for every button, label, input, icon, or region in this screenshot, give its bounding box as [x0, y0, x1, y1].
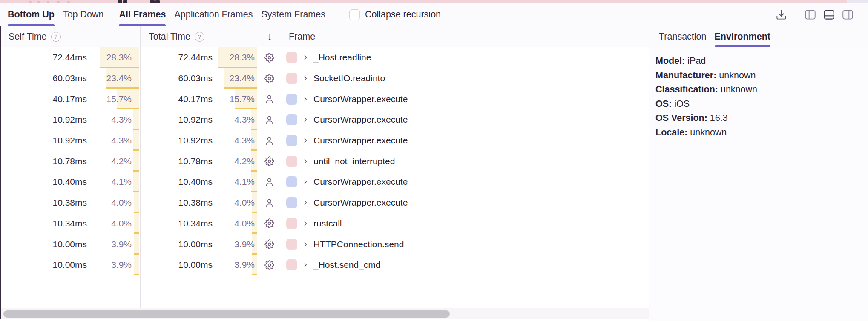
self-time-cell: 72.44ms28.3%: [0, 47, 140, 68]
horizontal-scrollbar-thumb[interactable]: [3, 310, 450, 318]
frame-cell[interactable]: CursorWrapper.execute: [282, 130, 649, 151]
layout-left-dock-icon[interactable]: [805, 9, 816, 20]
self-time-value: 10.00ms: [0, 260, 87, 270]
total-time-cell: 72.44ms28.3%: [140, 47, 282, 68]
total-time-cell: 10.34ms4.0%: [140, 213, 282, 234]
layout-right-dock-icon[interactable]: [842, 9, 854, 20]
frame-name: HTTPConnection.send: [313, 239, 404, 249]
total-time-cell: 10.00ms3.9%: [140, 255, 282, 275]
self-time-percent-cell: 4.1%: [87, 172, 140, 192]
tab-system-frames[interactable]: System Frames: [261, 3, 325, 26]
total-time-value: 40.17ms: [140, 94, 213, 104]
view-mode-tabs: Bottom UpTop Down: [8, 3, 112, 26]
total-time-percent-cell: 4.0%: [213, 192, 257, 213]
column-header-frame[interactable]: Frame: [282, 26, 649, 47]
vertical-scrollbar[interactable]: [0, 26, 1, 319]
chevron-right-icon[interactable]: [302, 75, 308, 81]
table-header-row: Self Time ? Total Time ? ↓ Frame: [0, 26, 649, 47]
frame-cell[interactable]: CursorWrapper.execute: [282, 192, 649, 213]
sort-desc-icon[interactable]: ↓: [267, 31, 273, 43]
chevron-right-icon[interactable]: [302, 262, 308, 268]
self-time-value: 60.03ms: [0, 73, 87, 83]
column-divider: [140, 26, 141, 308]
minimap-frame-mark: [123, 0, 127, 3]
frame-name: _Host.send_cmd: [313, 260, 381, 270]
detail-line: OS Version: 16.3: [655, 111, 859, 126]
table-row[interactable]: 40.17ms15.7%40.17ms15.7%CursorWrapper.ex…: [0, 89, 649, 109]
total-time-value: 10.38ms: [140, 198, 213, 208]
table-row[interactable]: 10.92ms4.3%10.92ms4.3%CursorWrapper.exec…: [0, 130, 649, 151]
table-row[interactable]: 10.00ms3.9%10.00ms3.9%HTTPConnection.sen…: [0, 234, 649, 255]
column-header-total-time[interactable]: Total Time ? ↓: [140, 26, 282, 47]
self-time-percent: 4.1%: [111, 177, 140, 187]
chevron-right-icon[interactable]: [302, 96, 308, 102]
detail-value: unknown: [719, 70, 756, 80]
horizontal-scrollbar[interactable]: [0, 308, 649, 319]
total-time-percent: 23.4%: [229, 73, 257, 83]
frame-cell[interactable]: HTTPConnection.send: [282, 234, 649, 255]
system-frame-swatch: [286, 73, 297, 84]
application-frame-swatch: [286, 135, 297, 146]
tab-application-frames[interactable]: Application Frames: [174, 3, 253, 26]
detail-value: iOS: [674, 99, 690, 109]
chevron-right-icon[interactable]: [302, 241, 308, 247]
collapse-recursion-label: Collapse recursion: [365, 9, 441, 20]
help-icon[interactable]: ?: [195, 32, 204, 42]
self-time-percent: 3.9%: [111, 260, 140, 270]
self-time-percent-cell: 4.0%: [87, 192, 140, 213]
table-row[interactable]: 10.34ms4.0%10.34ms4.0%rustcall: [0, 213, 649, 234]
system-frame-swatch: [286, 239, 297, 250]
chevron-right-icon[interactable]: [302, 158, 308, 164]
toolbar-icons: [776, 9, 868, 20]
total-time-label: Total Time: [149, 32, 190, 42]
panel-tab-environment[interactable]: Environment: [715, 26, 770, 47]
frame-cell[interactable]: SocketIO.readinto: [282, 68, 649, 89]
total-time-cell: 10.00ms3.9%: [140, 234, 282, 255]
detail-line: Classification: unknown: [655, 83, 859, 97]
table-row[interactable]: 60.03ms23.4%60.03ms23.4%SocketIO.readint…: [0, 68, 649, 89]
layout-bottom-dock-icon[interactable]: [823, 9, 835, 20]
flamegraph-minimap-strip[interactable]: [0, 0, 868, 3]
download-icon[interactable]: [776, 9, 787, 20]
column-header-self-time[interactable]: Self Time ?: [0, 26, 140, 47]
collapse-recursion-checkbox[interactable]: [349, 9, 360, 20]
frame-name: SocketIO.readinto: [313, 73, 385, 83]
frame-cell[interactable]: _Host.send_cmd: [282, 255, 649, 275]
frame-cell[interactable]: rustcall: [282, 213, 649, 234]
self-time-value: 72.44ms: [0, 52, 87, 63]
total-time-value: 60.03ms: [140, 73, 213, 83]
self-time-value: 10.40ms: [0, 177, 87, 187]
collapse-recursion-toggle[interactable]: Collapse recursion: [349, 9, 441, 20]
minimap-frame-mark: [118, 0, 122, 3]
tab-bottom-up[interactable]: Bottom Up: [8, 3, 55, 26]
detail-label: Manufacturer:: [655, 70, 716, 80]
tab-top-down[interactable]: Top Down: [63, 3, 104, 26]
chevron-right-icon[interactable]: [302, 138, 308, 143]
table-row[interactable]: 10.40ms4.1%10.40ms4.1%CursorWrapper.exec…: [0, 172, 649, 192]
chevron-right-icon[interactable]: [302, 200, 308, 206]
tab-all-frames[interactable]: All Frames: [119, 3, 166, 26]
panel-tab-transaction[interactable]: Transaction: [659, 26, 707, 47]
table-row[interactable]: 10.78ms4.2%10.78ms4.2%until_not_interrup…: [0, 151, 649, 172]
frame-cell[interactable]: _Host.readline: [282, 47, 649, 68]
detail-line: Locale: unknown: [655, 126, 859, 140]
chevron-right-icon[interactable]: [302, 54, 308, 60]
help-icon[interactable]: ?: [51, 32, 61, 42]
detail-line: Model: iPad: [655, 54, 859, 69]
self-time-percent: 28.3%: [106, 52, 140, 63]
table-row[interactable]: 72.44ms28.3%72.44ms28.3%_Host.readline: [0, 47, 649, 68]
table-row[interactable]: 10.92ms4.3%10.92ms4.3%CursorWrapper.exec…: [0, 109, 649, 130]
frame-cell[interactable]: CursorWrapper.execute: [282, 172, 649, 192]
frame-cell[interactable]: CursorWrapper.execute: [282, 89, 649, 109]
self-time-percent: 23.4%: [106, 73, 140, 83]
self-time-label: Self Time: [9, 32, 47, 42]
chevron-right-icon[interactable]: [302, 117, 308, 123]
chevron-right-icon[interactable]: [302, 221, 308, 226]
table-row[interactable]: 10.38ms4.0%10.38ms4.0%CursorWrapper.exec…: [0, 192, 649, 213]
chevron-right-icon[interactable]: [302, 179, 308, 185]
user-icon: [257, 177, 282, 187]
table-row[interactable]: 10.00ms3.9%10.00ms3.9%_Host.send_cmd: [0, 255, 649, 275]
total-time-percent: 3.9%: [234, 260, 257, 270]
frame-cell[interactable]: CursorWrapper.execute: [282, 109, 649, 130]
frame-cell[interactable]: until_not_interrupted: [282, 151, 649, 172]
